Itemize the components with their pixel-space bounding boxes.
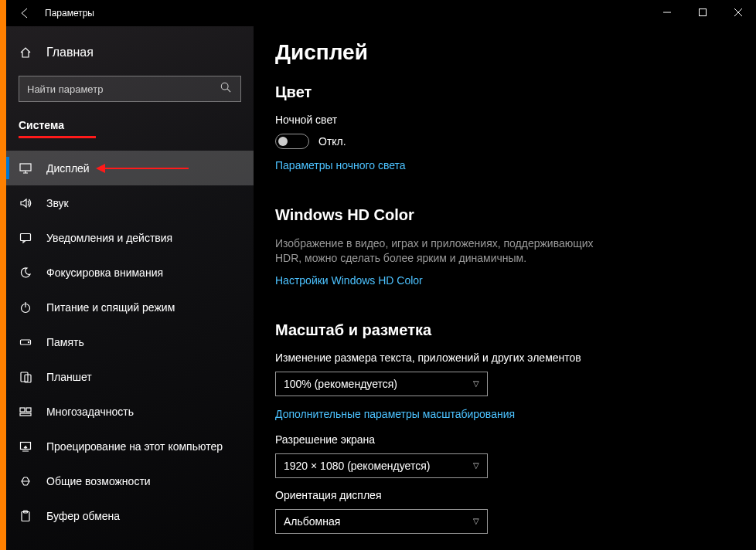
- sidebar-item-label: Память: [46, 336, 84, 348]
- minimize-button[interactable]: [649, 0, 685, 25]
- search-box[interactable]: [19, 76, 241, 102]
- sidebar-item-shared[interactable]: Общие возможности: [6, 463, 254, 498]
- window-edge: [0, 0, 6, 550]
- page-title: Дисплей: [275, 40, 734, 65]
- night-light-state: Откл.: [318, 135, 346, 148]
- project-icon: [19, 440, 32, 453]
- sidebar-home[interactable]: Главная: [6, 39, 254, 66]
- sidebar-nav: Дисплей Звук Уведомления и действия: [6, 151, 254, 533]
- night-light-settings-link[interactable]: Параметры ночного света: [275, 159, 406, 171]
- chevron-down-icon: ▽: [473, 517, 479, 525]
- sidebar-item-projecting[interactable]: Проецирование на этот компьютер: [6, 429, 254, 463]
- dropdown-value: 1920 × 1080 (рекомендуется): [284, 460, 430, 472]
- sidebar-item-focus[interactable]: Фокусировка внимания: [6, 255, 254, 290]
- sidebar-item-notifications[interactable]: Уведомления и действия: [6, 220, 254, 255]
- back-button[interactable]: [12, 0, 39, 26]
- resolution-label: Разрешение экрана: [275, 433, 734, 446]
- clipboard-icon: [19, 510, 32, 522]
- orientation-label: Ориентация дисплея: [275, 489, 734, 501]
- sidebar-item-tablet[interactable]: Планшет: [6, 359, 254, 394]
- svg-point-6: [28, 341, 29, 342]
- sidebar-item-label: Звук: [46, 197, 69, 209]
- night-light-label: Ночной свет: [275, 114, 734, 126]
- storage-icon: [19, 336, 32, 348]
- scale-size-label: Изменение размера текста, приложений и д…: [275, 351, 734, 364]
- sidebar-home-label: Главная: [46, 46, 94, 59]
- svg-point-1: [221, 83, 228, 90]
- content-pane: Дисплей Цвет Ночной свет Откл. Параметры…: [254, 26, 756, 550]
- sidebar-item-label: Дисплей: [46, 162, 90, 175]
- sidebar-item-label: Многозадачность: [46, 406, 134, 418]
- scale-size-dropdown[interactable]: 100% (рекомендуется) ▽: [275, 372, 488, 396]
- svg-rect-10: [26, 408, 31, 412]
- dropdown-value: Альбомная: [284, 515, 340, 528]
- monitor-icon: [19, 162, 32, 175]
- power-icon: [19, 301, 32, 314]
- svg-rect-9: [20, 408, 25, 412]
- sidebar-item-storage[interactable]: Память: [6, 324, 254, 359]
- chat-icon: [19, 232, 32, 244]
- chevron-down-icon: ▽: [473, 379, 479, 388]
- search-icon: [220, 82, 233, 96]
- speaker-icon: [19, 197, 32, 209]
- sidebar-item-label: Фокусировка внимания: [46, 267, 163, 279]
- tablet-icon: [19, 371, 32, 383]
- sidebar-item-display[interactable]: Дисплей: [6, 151, 254, 185]
- resolution-dropdown[interactable]: 1920 × 1080 (рекомендуется) ▽: [275, 453, 488, 478]
- night-light-toggle[interactable]: [275, 134, 309, 149]
- search-input[interactable]: [27, 83, 220, 95]
- svg-rect-3: [21, 233, 31, 240]
- sidebar-item-label: Питание и спящий режим: [46, 301, 175, 314]
- titlebar: Параметры: [6, 0, 756, 26]
- sidebar-item-label: Буфер обмена: [46, 510, 120, 522]
- hd-settings-link[interactable]: Настройки Windows HD Color: [275, 274, 423, 287]
- dropdown-value: 100% (рекомендуется): [284, 378, 397, 390]
- sidebar: Главная Система Дисплей Звук: [6, 26, 254, 550]
- sidebar-item-power[interactable]: Питание и спящий режим: [6, 290, 254, 324]
- close-button[interactable]: [720, 0, 756, 25]
- annotation-underline: [19, 136, 96, 138]
- window-title: Параметры: [45, 8, 94, 19]
- settings-window: Параметры Главная Система: [6, 0, 756, 550]
- maximize-button[interactable]: [685, 0, 720, 25]
- sidebar-item-clipboard[interactable]: Буфер обмена: [6, 498, 254, 533]
- section-hd-heading: Windows HD Color: [275, 206, 734, 224]
- section-color-heading: Цвет: [275, 83, 734, 101]
- section-scale-heading: Масштаб и разметка: [275, 321, 734, 339]
- moon-icon: [19, 267, 32, 279]
- svg-rect-2: [20, 164, 31, 171]
- hd-description: Изображение в видео, играх и приложениях…: [275, 236, 600, 266]
- sidebar-item-multitask[interactable]: Многозадачность: [6, 394, 254, 429]
- orientation-dropdown[interactable]: Альбомная ▽: [275, 509, 488, 534]
- annotation-arrow: [104, 168, 189, 169]
- sidebar-item-label: Общие возможности: [46, 475, 151, 487]
- sidebar-group-label: Система: [6, 105, 254, 134]
- sidebar-item-sound[interactable]: Звук: [6, 185, 254, 220]
- svg-rect-0: [700, 9, 707, 16]
- share-icon: [19, 475, 32, 487]
- sidebar-item-label: Проецирование на этот компьютер: [46, 440, 223, 453]
- window-controls: [649, 0, 756, 25]
- toggle-knob: [278, 137, 288, 146]
- home-icon: [19, 46, 32, 59]
- multitask-icon: [19, 406, 32, 418]
- sidebar-item-label: Уведомления и действия: [46, 232, 172, 244]
- chevron-down-icon: ▽: [473, 461, 479, 470]
- sidebar-item-label: Планшет: [46, 371, 92, 383]
- svg-rect-11: [20, 413, 31, 416]
- advanced-scaling-link[interactable]: Дополнительные параметры масштабирования: [275, 408, 515, 420]
